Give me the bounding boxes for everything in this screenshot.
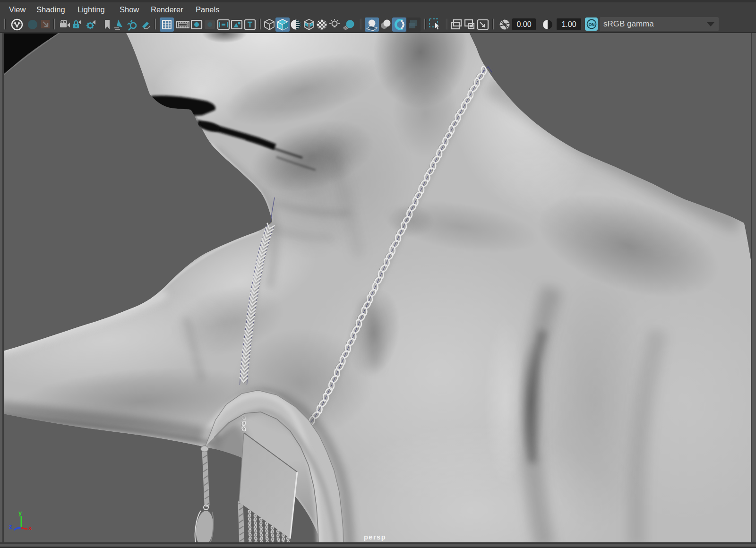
svg-text:ON: ON [588, 22, 594, 27]
svg-text:persp: persp [364, 533, 386, 541]
svg-text:y: y [18, 509, 22, 516]
svg-text:z: z [9, 523, 12, 530]
svg-text:x: x [28, 524, 32, 531]
